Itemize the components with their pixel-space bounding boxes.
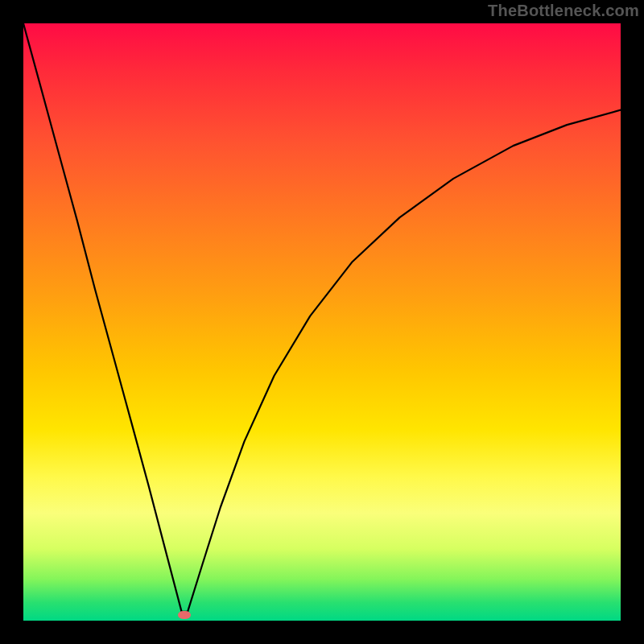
curve-path (23, 23, 621, 612)
curve-svg (23, 23, 621, 621)
plot-area (23, 23, 621, 621)
min-marker (178, 611, 191, 619)
chart-frame: TheBottleneck.com (0, 0, 644, 644)
watermark-text: TheBottleneck.com (488, 2, 639, 20)
